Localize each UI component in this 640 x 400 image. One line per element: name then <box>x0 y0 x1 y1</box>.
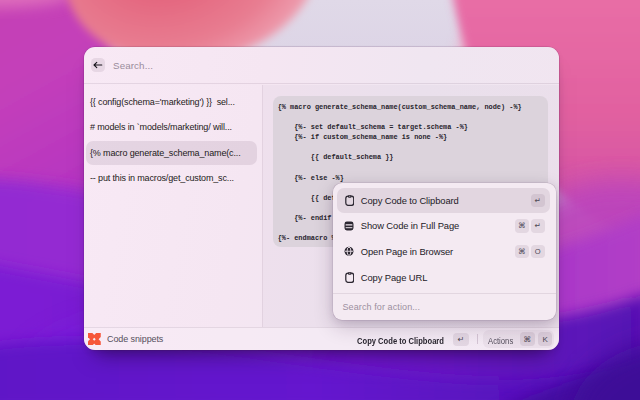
enter-key-badge: ↵ <box>453 333 470 346</box>
code-line: {% macro generate_schema_name(custom_sch… <box>278 102 544 112</box>
cmd-key-badge: ⌘ <box>520 332 535 346</box>
action-search-input[interactable]: Search for action... <box>333 294 556 320</box>
back-button[interactable] <box>91 58 105 72</box>
list-item[interactable]: {{ config(schema='marketing') }} sel... <box>86 90 257 114</box>
cmd-key-badge: ⌘ <box>515 219 529 233</box>
footer-divider <box>477 334 478 344</box>
footer-bar: Code snippets Copy Code to Clipboard ↵ A… <box>84 327 559 350</box>
enter-key-badge: ↵ <box>531 219 545 233</box>
search-header: Search... <box>84 47 559 84</box>
menu-item-open-browser[interactable]: Open Page in Browser ⌘ O <box>337 239 549 264</box>
extension-name: Code snippets <box>107 334 163 344</box>
shortcut-badges: ⌘ ↵ <box>515 219 545 233</box>
primary-action-button[interactable]: Copy Code to Clipboard <box>357 330 444 348</box>
k-key-badge: K <box>538 332 552 346</box>
actions-popup: Copy Code to Clipboard ↵ Show Code in Fu… <box>333 183 556 320</box>
snippet-list: {{ config(schema='marketing') }} sel... … <box>84 85 263 327</box>
o-key-badge: O <box>531 245 545 259</box>
enter-key-badge: ↵ <box>531 194 545 208</box>
globe-icon <box>344 246 354 257</box>
footer-actions: Copy Code to Clipboard ↵ Actions ⌘ K <box>357 330 554 348</box>
menu-item-copy-code[interactable]: Copy Code to Clipboard ↵ <box>337 188 549 213</box>
arrow-left-icon <box>93 61 103 69</box>
raycast-window: Search... {{ config(schema='marketing') … <box>84 47 559 350</box>
shortcut-badges: ↵ <box>531 194 545 208</box>
code-line: {{ default_schema }} <box>278 152 544 162</box>
code-snippets-extension-icon <box>88 333 101 346</box>
clipboard-icon <box>344 195 354 206</box>
menu-item-copy-url[interactable]: Copy Page URL <box>337 265 549 290</box>
code-line <box>278 112 544 122</box>
actions-button[interactable]: Actions ⌘ K <box>483 330 553 348</box>
clipboard-icon <box>344 272 354 283</box>
search-input[interactable]: Search... <box>113 60 153 71</box>
list-item-selected[interactable]: {% macro generate_schema_name(c... <box>86 141 257 165</box>
list-item[interactable]: # models in `models/marketing/ will... <box>86 115 257 139</box>
list-item[interactable]: -- put this in macros/get_custom_sc... <box>86 166 257 190</box>
menu-item-show-code[interactable]: Show Code in Full Page ⌘ ↵ <box>337 214 549 239</box>
code-line: {%- set default_schema = target.schema -… <box>278 122 544 132</box>
actions-menu: Copy Code to Clipboard ↵ Show Code in Fu… <box>333 183 556 289</box>
code-line <box>278 163 544 173</box>
code-line: {%- else -%} <box>278 173 544 183</box>
code-line <box>278 142 544 152</box>
app-window-icon <box>344 220 354 231</box>
code-line: {%- if custom_schema_name is none -%} <box>278 132 544 142</box>
actions-label: Actions <box>488 330 514 348</box>
cmd-key-badge: ⌘ <box>515 245 529 259</box>
shortcut-badges: ⌘ O <box>515 245 545 259</box>
actions-key-badges: ⌘ K <box>520 332 552 346</box>
